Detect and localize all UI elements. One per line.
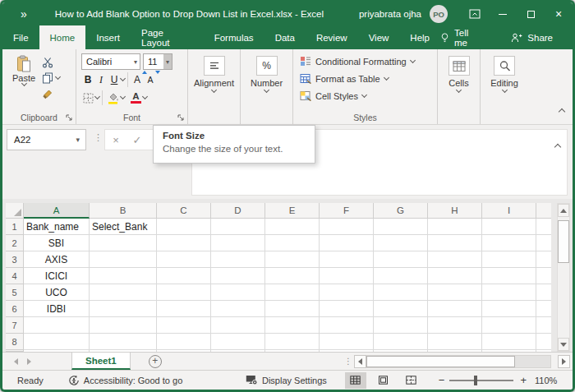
grid-cell[interactable] <box>428 301 482 317</box>
cell-styles-button[interactable]: Cell Styles <box>300 87 434 104</box>
tab-view[interactable]: View <box>358 25 400 49</box>
grid-cell[interactable] <box>157 235 211 251</box>
display-settings-button[interactable]: Display Settings <box>246 375 327 385</box>
grid-cell[interactable] <box>211 334 265 350</box>
borders-button[interactable] <box>81 90 95 105</box>
number-button[interactable]: % Number <box>242 53 291 121</box>
zoom-out-button[interactable]: − <box>439 374 445 386</box>
column-header-A[interactable]: A <box>24 203 90 219</box>
grid-cell[interactable] <box>428 235 482 251</box>
vertical-scrollbar[interactable] <box>557 203 570 352</box>
row-header-2[interactable]: 2 <box>6 235 24 251</box>
underline-button[interactable]: U <box>108 72 121 87</box>
accessibility-status-button[interactable]: Accessibility: Good to go <box>68 375 182 386</box>
tab-formulas[interactable]: Formulas <box>204 25 264 49</box>
row-header-3[interactable]: 3 <box>6 251 24 268</box>
row-header-4[interactable]: 4 <box>6 268 24 284</box>
cells-button[interactable]: Cells <box>439 53 478 121</box>
grid-cell[interactable] <box>265 251 320 268</box>
column-header-H[interactable]: H <box>428 203 482 219</box>
clipboard-dialog-launcher[interactable] <box>66 114 73 122</box>
grid-cell[interactable] <box>374 301 428 317</box>
sheet-tab-sheet1[interactable]: Sheet1 <box>71 353 131 370</box>
tab-file[interactable]: File <box>2 25 39 49</box>
column-header-D[interactable]: D <box>211 203 265 219</box>
cell-B1[interactable]: Select_Bank <box>90 219 157 235</box>
row-header-8[interactable]: 8 <box>6 334 24 350</box>
grid-cell[interactable] <box>265 219 320 235</box>
grid-cell[interactable] <box>374 268 428 284</box>
font-dialog-launcher[interactable] <box>177 114 185 122</box>
cell-B7[interactable] <box>90 317 157 334</box>
name-box-dropdown-icon[interactable]: ▾ <box>76 136 85 144</box>
tab-data[interactable]: Data <box>264 25 306 49</box>
grid-cell[interactable] <box>428 317 482 334</box>
scroll-right-button[interactable] <box>558 355 570 368</box>
share-button[interactable]: Share <box>511 33 553 43</box>
vertical-scroll-thumb[interactable] <box>558 220 569 263</box>
row-header-6[interactable]: 6 <box>6 301 24 317</box>
cell-B2[interactable] <box>90 235 157 251</box>
fill-color-button[interactable] <box>105 90 121 105</box>
grid-cell[interactable] <box>157 251 211 268</box>
collapse-ribbon-button[interactable] <box>559 103 564 118</box>
enter-button[interactable]: ✓ <box>126 134 148 146</box>
editing-button[interactable]: Editing <box>482 53 527 121</box>
bold-button[interactable]: B <box>81 72 94 87</box>
zoom-level-button[interactable]: 110% <box>535 376 568 385</box>
grid-cell[interactable] <box>482 251 536 268</box>
select-all-button[interactable] <box>6 203 24 219</box>
grid-cell[interactable] <box>157 268 211 284</box>
account-name[interactable]: priyabrata ojha <box>359 9 421 19</box>
italic-button[interactable]: I <box>94 72 108 87</box>
grid-cell[interactable] <box>157 334 211 350</box>
grid-cell[interactable] <box>482 219 536 235</box>
tab-review[interactable]: Review <box>306 25 358 49</box>
grid-cell[interactable] <box>428 251 482 268</box>
cell-A5[interactable]: UCO <box>24 284 90 301</box>
grid-cell[interactable] <box>374 251 428 268</box>
quick-access-toolbar-chevrons-icon[interactable]: » <box>21 8 27 20</box>
grid-cell[interactable] <box>320 251 374 268</box>
font-name-select[interactable]: Calibri ▾ <box>81 53 140 70</box>
grid-cell[interactable] <box>211 284 265 301</box>
paste-button[interactable]: Paste <box>7 53 40 100</box>
row-header-1[interactable]: 1 <box>6 219 24 235</box>
tab-help[interactable]: Help <box>399 25 440 49</box>
page-layout-view-button[interactable] <box>373 372 394 389</box>
cell-A3[interactable]: AXIS <box>24 251 90 268</box>
column-header-G[interactable]: G <box>374 203 428 219</box>
scroll-left-button[interactable] <box>354 355 366 368</box>
cell-B8[interactable] <box>90 334 157 350</box>
tab-home[interactable]: Home <box>39 25 86 49</box>
cell-A2[interactable]: SBI <box>24 235 90 251</box>
name-box[interactable]: A22 ▾ <box>7 129 86 150</box>
zoom-in-button[interactable]: + <box>520 374 527 386</box>
avatar[interactable]: PO <box>430 5 448 23</box>
column-header-F[interactable]: F <box>320 203 374 219</box>
grid-cell[interactable] <box>482 317 536 334</box>
grid-cell[interactable] <box>211 268 265 284</box>
copy-button[interactable] <box>42 71 60 85</box>
grid-cell[interactable] <box>265 284 320 301</box>
horizontal-scroll-thumb[interactable] <box>366 356 515 367</box>
grid-cell[interactable] <box>320 268 374 284</box>
font-color-button[interactable]: A <box>129 90 143 106</box>
grid-cell[interactable] <box>374 219 428 235</box>
grid-cell[interactable] <box>374 284 428 301</box>
cut-button[interactable] <box>42 56 60 69</box>
grid-cell[interactable] <box>211 301 265 317</box>
grid-cell[interactable] <box>320 334 374 350</box>
grid-cell[interactable] <box>211 251 265 268</box>
conditional-formatting-button[interactable]: Conditional Formatting <box>300 53 434 70</box>
grid-cell[interactable] <box>428 334 482 350</box>
grid-cell[interactable] <box>157 284 211 301</box>
grid-cell[interactable] <box>374 235 428 251</box>
grid-cell[interactable] <box>428 219 482 235</box>
alignment-button[interactable]: Alignment <box>190 53 238 121</box>
cell-A4[interactable]: ICICI <box>24 268 90 284</box>
grid-cell[interactable] <box>157 301 211 317</box>
format-painter-button[interactable] <box>42 87 60 100</box>
column-header-I[interactable]: I <box>482 203 536 219</box>
grid-cell[interactable] <box>211 317 265 334</box>
